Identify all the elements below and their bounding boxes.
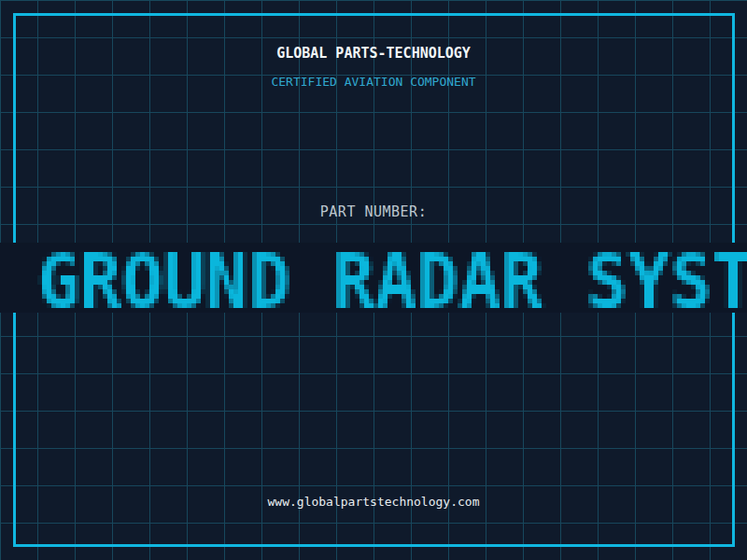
product-display-screen: GLOBAL PARTS-TECHNOLOGY CERTIFIED AVIATI… xyxy=(0,0,747,560)
certification-subtitle: CERTIFIED AVIATION COMPONENT xyxy=(0,75,747,90)
brand-title: GLOBAL PARTS-TECHNOLOGY xyxy=(0,45,747,62)
part-number-label: PART NUMBER: xyxy=(0,203,747,220)
website-url: www.globalpartstechnology.com xyxy=(0,495,747,510)
marquee-band xyxy=(0,243,747,313)
marquee-text-canvas xyxy=(0,243,747,313)
